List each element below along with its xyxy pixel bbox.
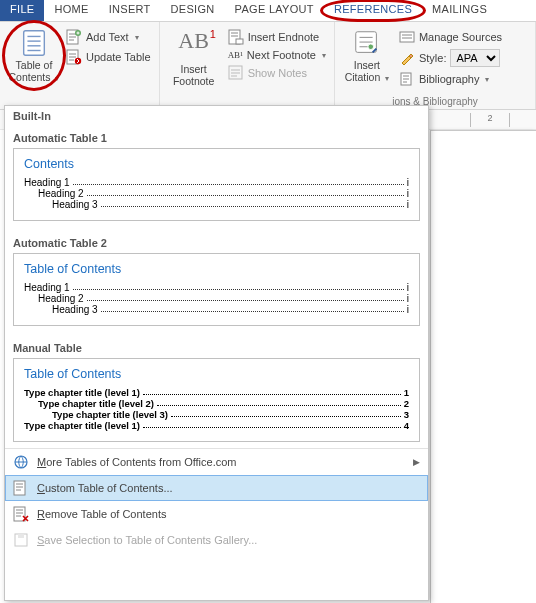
table-of-contents-button[interactable]: Table ofContents ▾ (6, 26, 62, 85)
bibliography-icon (399, 71, 415, 87)
save-gallery-icon (13, 532, 29, 548)
option-manual-table[interactable]: Table of Contents Type chapter title (le… (13, 358, 420, 442)
svg-point-13 (368, 44, 374, 50)
next-footnote-button[interactable]: AB¹ Next Footnote▾ (226, 48, 328, 62)
preview-title: Contents (24, 157, 409, 171)
group-footnotes: AB1 InsertFootnote Insert Endnote AB¹ Ne… (160, 22, 335, 109)
dropdown-footer: More Tables of Contents from Office.com … (5, 448, 428, 553)
show-notes-icon (228, 65, 244, 81)
footnote-ab1-icon: AB1 (178, 28, 209, 54)
citation-style-selector[interactable]: Style: APA (397, 48, 504, 68)
group-table-of-contents: Table ofContents ▾ Add Text▾ Update Tabl… (0, 22, 160, 109)
option-auto-table-1[interactable]: Contents Heading 1i Heading 2i Heading 3… (13, 148, 420, 221)
svg-rect-19 (15, 534, 27, 546)
manage-sources-icon (399, 29, 415, 45)
option-auto-table-2-header: Automatic Table 2 (7, 231, 426, 253)
toc-dropdown: Built-In Automatic Table 1 Contents Head… (4, 105, 429, 601)
manage-sources-button[interactable]: Manage Sources (397, 28, 504, 46)
menu-label: More Tables of Contents from Office.com (37, 456, 237, 468)
svg-rect-10 (236, 39, 243, 44)
tab-mailings[interactable]: MAILINGS (422, 0, 497, 21)
custom-toc-icon (13, 480, 29, 496)
endnote-icon (228, 29, 244, 45)
menu-label: Remove Table of Contents (37, 508, 166, 520)
tab-insert[interactable]: INSERT (99, 0, 161, 21)
group-citations: InsertCitation ▾ Manage Sources Style: A… (335, 22, 536, 109)
ribbon: Table ofContents ▾ Add Text▾ Update Tabl… (0, 22, 536, 110)
tab-page-layout[interactable]: PAGE LAYOUT (225, 0, 324, 21)
update-table-button[interactable]: Update Table (64, 48, 153, 66)
globe-icon (13, 454, 29, 470)
citation-icon (352, 28, 382, 58)
option-auto-table-2[interactable]: Table of Contents Heading 1i Heading 2i … (13, 253, 420, 326)
remove-toc-icon (13, 506, 29, 522)
svg-rect-14 (400, 32, 414, 42)
menu-more-from-office-com[interactable]: More Tables of Contents from Office.com … (5, 449, 428, 475)
svg-rect-18 (14, 507, 25, 521)
section-built-in: Built-In (7, 108, 426, 126)
preview-title: Table of Contents (24, 262, 409, 276)
show-notes-button: Show Notes (226, 64, 328, 82)
style-icon (399, 50, 415, 66)
menu-save-to-gallery: Save Selection to Table of Contents Gall… (5, 527, 428, 553)
update-table-icon (66, 49, 82, 65)
menu-label: Save Selection to Table of Contents Gall… (37, 534, 257, 546)
svg-point-8 (75, 58, 81, 64)
svg-rect-20 (18, 534, 24, 538)
add-text-button[interactable]: Add Text▾ (64, 28, 153, 46)
menu-label: Custom Table of Contents... (37, 482, 173, 494)
submenu-arrow-icon: ▶ (413, 457, 420, 467)
insert-footnote-button[interactable]: AB1 InsertFootnote (166, 26, 222, 89)
add-text-icon (66, 29, 82, 45)
tab-file[interactable]: FILE (0, 0, 44, 21)
bibliography-button[interactable]: Bibliography▾ (397, 70, 504, 88)
svg-rect-17 (14, 481, 25, 495)
tab-design[interactable]: DESIGN (161, 0, 225, 21)
option-auto-table-1-header: Automatic Table 1 (7, 126, 426, 148)
toc-icon (19, 28, 49, 58)
tab-home[interactable]: HOME (44, 0, 98, 21)
document-page[interactable] (430, 130, 536, 603)
citation-style-select[interactable]: APA (450, 49, 500, 67)
menu-custom-toc[interactable]: Custom Table of Contents... (5, 475, 428, 501)
insert-endnote-button[interactable]: Insert Endnote (226, 28, 328, 46)
preview-title: Table of Contents (24, 367, 409, 381)
insert-citation-button[interactable]: InsertCitation ▾ (341, 26, 393, 88)
svg-rect-0 (24, 31, 45, 55)
tab-references[interactable]: REFERENCES (324, 0, 422, 21)
option-manual-table-header: Manual Table (7, 336, 426, 358)
next-footnote-icon: AB¹ (228, 50, 243, 60)
ribbon-tab-bar: FILE HOME INSERT DESIGN PAGE LAYOUT REFE… (0, 0, 536, 22)
menu-remove-toc[interactable]: Remove Table of Contents (5, 501, 428, 527)
